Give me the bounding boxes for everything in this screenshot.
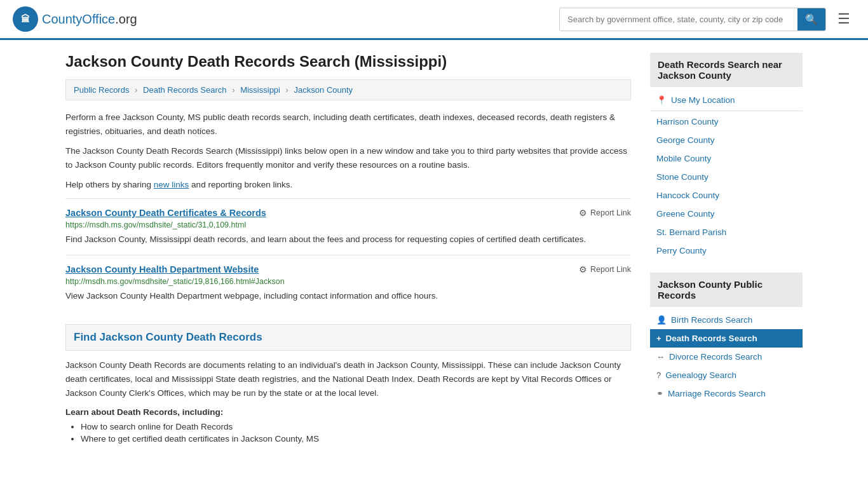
genealogy-link[interactable]: Genealogy Search [665,370,736,380]
record-1-title[interactable]: Jackson County Death Certificates & Reco… [65,208,266,218]
sidebar-item-stone[interactable]: Stone County [650,168,803,186]
sidebar-item-death-records[interactable]: + Death Records Search [650,329,803,348]
record-entry-2: Jackson County Health Department Website… [65,255,631,311]
search-button[interactable]: 🔍 [797,8,825,30]
record-2-report-label: Report Link [590,265,631,274]
record-1-report-label: Report Link [590,208,631,217]
sidebar-item-hancock[interactable]: Hancock County [650,186,803,205]
marriage-icon: ⚭ [656,389,663,398]
record-entry-2-header: Jackson County Health Department Website… [65,264,631,274]
arrows-icon: ↔ [656,352,665,362]
report-icon-1: ⚙ [579,208,587,218]
record-2-url[interactable]: http://msdh.ms.gov/msdhsite/_static/19,8… [65,277,631,286]
logo-icon: 🏛 [13,6,38,32]
search-input[interactable] [560,10,797,29]
record-1-report-link[interactable]: ⚙ Report Link [579,208,631,218]
sidebar-public-records-header: Jackson County Public Records [650,273,803,307]
report-icon-2: ⚙ [579,264,587,274]
plus-icon: + [656,334,661,343]
divorce-records-link[interactable]: Divorce Records Search [669,352,762,362]
record-2-title[interactable]: Jackson County Health Department Website [65,264,259,274]
sidebar-item-perry[interactable]: Perry County [650,241,803,260]
menu-icon[interactable]: ☰ [832,8,855,30]
person-icon: 👤 [656,315,667,325]
find-section-title: Find Jackson County Death Records [65,324,631,351]
breadcrumb-public-records[interactable]: Public Records [74,85,129,95]
content-area: Jackson County Death Records Search (Mis… [65,53,631,446]
use-location-link[interactable]: Use My Location [671,95,735,105]
birth-records-link[interactable]: Birth Records Search [671,315,752,325]
logo-county: CountyOffice [42,12,115,26]
george-county-link[interactable]: George County [656,135,715,145]
intro3-post: and reporting broken links. [189,180,292,189]
greene-county-link[interactable]: Greene County [656,209,715,219]
breadcrumb: Public Records › Death Records Search › … [65,79,631,100]
mobile-county-link[interactable]: Mobile County [656,154,711,163]
search-bar: 🔍 [559,8,826,31]
intro-text-3: Help others by sharing new links and rep… [65,178,631,192]
learn-list: How to search online for Death Records W… [65,422,631,444]
hancock-county-link[interactable]: Hancock County [656,191,719,200]
learn-item-2: Where to get certified death certificate… [81,434,631,444]
record-1-url[interactable]: https://msdh.ms.gov/msdhsite/_static/31,… [65,220,631,229]
sidebar-item-stbernard[interactable]: St. Bernard Parish [650,223,803,241]
record-1-desc: Find Jackson County, Mississippi death r… [65,233,631,246]
learn-title: Learn about Death Records, including: [65,407,631,417]
intro-text-2: The Jackson County Death Records Search … [65,144,631,172]
sidebar: Death Records Search near Jackson County… [650,53,803,446]
breadcrumb-sep2: › [232,85,234,95]
record-entry-1-header: Jackson County Death Certificates & Reco… [65,208,631,218]
record-2-desc: View Jackson County Health Department we… [65,290,631,302]
record-entry-1: Jackson County Death Certificates & Reco… [65,198,631,255]
sidebar-item-mobile[interactable]: Mobile County [650,149,803,168]
header-right: 🔍 ☰ [559,8,855,31]
breadcrumb-death-records-search[interactable]: Death Records Search [143,85,227,95]
sidebar-item-greene[interactable]: Greene County [650,205,803,223]
stone-county-link[interactable]: Stone County [656,172,709,182]
site-header: 🏛 CountyOffice.org 🔍 ☰ [0,0,868,40]
stbernard-parish-link[interactable]: St. Bernard Parish [656,227,726,237]
intro3-pre: Help others by sharing [65,180,154,189]
find-section-body: Jackson County Death Records are documen… [65,358,631,400]
logo-text: CountyOffice.org [42,12,137,27]
sidebar-item-divorce-records[interactable]: ↔ Divorce Records Search [650,348,803,366]
location-pin-icon: 📍 [656,95,667,105]
record-2-report-link[interactable]: ⚙ Report Link [579,264,631,274]
sidebar-item-george[interactable]: George County [650,131,803,149]
breadcrumb-mississippi[interactable]: Mississippi [240,85,280,95]
sidebar-divider-0 [650,111,803,111]
sidebar-item-harrison[interactable]: Harrison County [650,112,803,131]
sidebar-item-genealogy[interactable]: ? Genealogy Search [650,366,803,384]
death-records-link[interactable]: Death Records Search [666,334,757,343]
breadcrumb-sep3: › [286,85,288,95]
logo-org: .org [115,12,137,26]
sidebar-nearby-header: Death Records Search near Jackson County [650,53,803,87]
perry-county-link[interactable]: Perry County [656,246,707,255]
svg-text:🏛: 🏛 [21,13,30,24]
sidebar-use-location[interactable]: 📍 Use My Location [650,91,803,109]
sidebar-public-records-section: Jackson County Public Records 👤 Birth Re… [650,273,803,403]
intro-text-1: Perform a free Jackson County, MS public… [65,111,631,138]
sidebar-item-birth-records[interactable]: 👤 Birth Records Search [650,311,803,329]
logo-area: 🏛 CountyOffice.org [13,6,137,32]
marriage-records-link[interactable]: Marriage Records Search [668,389,766,398]
sidebar-item-marriage-records[interactable]: ⚭ Marriage Records Search [650,384,803,403]
breadcrumb-jackson-county[interactable]: Jackson County [294,85,353,95]
harrison-county-link[interactable]: Harrison County [656,117,719,126]
main-container: Jackson County Death Records Search (Mis… [53,40,815,459]
learn-item-1: How to search online for Death Records [81,422,631,431]
question-icon: ? [656,370,661,380]
new-links-link[interactable]: new links [154,180,189,189]
page-title: Jackson County Death Records Search (Mis… [65,53,631,71]
breadcrumb-sep1: › [135,85,137,95]
sidebar-nearby-section: Death Records Search near Jackson County… [650,53,803,260]
